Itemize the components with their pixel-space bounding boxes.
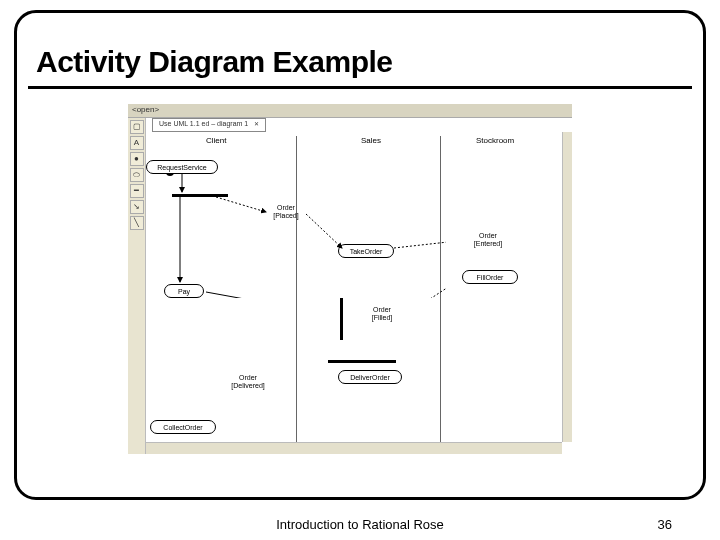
doc-tab[interactable]: Use UML 1.1 ed – diagram 1 <box>152 118 266 132</box>
app-titlebar: <open> <box>128 104 572 118</box>
app-content: ▢ A ● ⬭ ━ ↘ ╲ Use UML 1.1 ed – diagram 1… <box>128 118 572 454</box>
tool-activity[interactable]: ⬭ <box>130 168 144 182</box>
object-order-filled[interactable]: Order [Filled] <box>360 306 404 323</box>
activity-deliver-order[interactable]: DeliverOrder <box>338 370 402 384</box>
tool-line[interactable]: ╲ <box>130 216 144 230</box>
slide-title: Activity Diagram Example <box>36 45 392 79</box>
tool-sync[interactable]: ━ <box>130 184 144 198</box>
scrollbar-horizontal[interactable] <box>146 442 562 454</box>
object-order-delivered[interactable]: Order [Delivered] <box>220 374 276 391</box>
edges <box>146 148 446 298</box>
svg-line-4 <box>394 240 446 248</box>
app-window: <open> ▢ A ● ⬭ ━ ↘ ╲ Use UML 1.1 ed – di… <box>128 104 572 454</box>
fork-bar-2[interactable] <box>328 360 396 363</box>
svg-line-3 <box>306 214 342 248</box>
canvas[interactable]: Use UML 1.1 ed – diagram 1 Client Sales … <box>146 118 572 454</box>
diagram: RequestService Order [Placed] TakeOrder … <box>146 148 562 442</box>
lane-header-stockroom: Stockroom <box>476 136 514 145</box>
lane-header-client: Client <box>206 136 226 145</box>
activity-fill-order[interactable]: FillOrder <box>462 270 518 284</box>
object-order-entered[interactable]: Order [Entered] <box>466 232 510 249</box>
tool-initial[interactable]: ● <box>130 152 144 166</box>
svg-line-1 <box>216 197 266 212</box>
join-bar-1[interactable] <box>340 298 343 340</box>
tool-text[interactable]: A <box>130 136 144 150</box>
svg-line-7 <box>404 278 446 298</box>
tool-palette: ▢ A ● ⬭ ━ ↘ ╲ <box>128 118 146 454</box>
page-number: 36 <box>658 517 672 532</box>
tool-select[interactable]: ▢ <box>130 120 144 134</box>
activity-collect-order[interactable]: CollectOrder <box>150 420 216 434</box>
svg-line-6 <box>206 292 338 298</box>
lane-header-sales: Sales <box>361 136 381 145</box>
footer-text: Introduction to Rational Rose <box>0 517 720 532</box>
scrollbar-vertical[interactable] <box>562 132 572 442</box>
tool-arrow[interactable]: ↘ <box>130 200 144 214</box>
title-underline <box>28 86 692 89</box>
